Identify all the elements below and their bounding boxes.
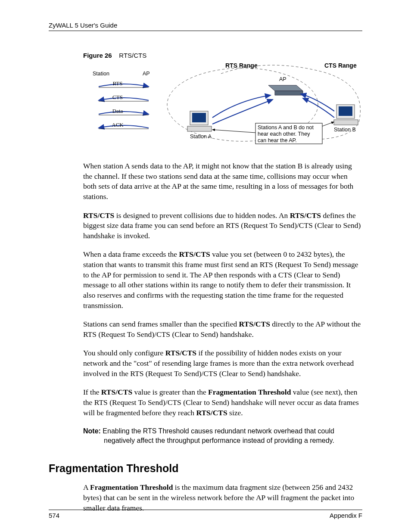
- ap-label: AP: [279, 76, 286, 82]
- diag-left-station-label: Station: [93, 71, 109, 77]
- appendix-label: Appendix F: [330, 512, 362, 519]
- svg-rect-7: [192, 113, 206, 122]
- para-2: RTS/CTS is designed to prevent collision…: [83, 211, 362, 241]
- page-footer: 574 Appendix F: [49, 510, 362, 519]
- note-label: Note:: [83, 427, 103, 435]
- label-rts: RTS: [112, 80, 122, 87]
- arrow-cts: [99, 98, 149, 100]
- running-header: ZyWALL 5 User's Guide: [49, 22, 362, 31]
- para-4: Stations can send frames smaller than th…: [83, 319, 362, 339]
- svg-text:Stations A and B do not: Stations A and B do not: [258, 124, 314, 131]
- station-b-label: Station B: [334, 127, 356, 133]
- station-a-label: Station A: [190, 134, 212, 140]
- svg-text:hear each other. They: hear each other. They: [258, 131, 310, 137]
- svg-rect-10: [339, 106, 352, 116]
- svg-marker-4: [268, 85, 303, 91]
- label-data: Data: [112, 108, 123, 114]
- para-6: If the RTS/CTS value is greater than the…: [83, 387, 362, 418]
- station-a-icon: Station A: [187, 111, 212, 140]
- svg-text:can hear the AP.: can hear the AP.: [258, 137, 297, 143]
- note-text: Enabling the RTS Threshold causes redund…: [103, 427, 334, 444]
- label-cts: CTS: [112, 94, 123, 100]
- label-ack: ACK: [112, 121, 124, 128]
- frag-para-1: A Fragmentation Threshold is the maximum…: [83, 482, 362, 513]
- note-pointer-a: [212, 130, 255, 133]
- figure-diagram: Station AP RTS CTS Data ACK RTS Range CT…: [83, 62, 363, 150]
- svg-rect-8: [187, 126, 212, 131]
- arrow-a-to-ap-1: [212, 95, 271, 118]
- note-pointer-b: [322, 122, 334, 126]
- section-heading-fragmentation: Fragmentation Threshold: [49, 462, 362, 475]
- rts-range-label: RTS Range: [225, 62, 258, 69]
- arrow-rts: [99, 84, 149, 87]
- station-b-icon: Station B: [334, 105, 358, 133]
- arrow-ack: [99, 125, 149, 128]
- arrow-data: [99, 112, 149, 114]
- svg-rect-11: [334, 120, 358, 125]
- figure-label: Figure 26: [83, 52, 112, 59]
- para-1: When station A sends data to the AP, it …: [83, 161, 362, 202]
- figure-title: RTS/CTS: [119, 52, 146, 59]
- ap-device-icon: AP: [268, 76, 303, 95]
- para-5: You should only configure RTS/CTS if the…: [83, 348, 362, 379]
- diag-left-ap-label: AP: [143, 71, 150, 77]
- figure-caption: Figure 26 RTS/CTS: [83, 52, 362, 59]
- para-3: When a data frame exceeds the RTS/CTS va…: [83, 249, 362, 311]
- arrow-b-to-ap-1: [301, 94, 334, 111]
- hidden-note-box: Stations A and B do not hear each other.…: [255, 123, 322, 144]
- svg-marker-5: [275, 91, 303, 95]
- page-number: 574: [49, 512, 59, 519]
- note-block: Note: Enabling the RTS Threshold causes …: [83, 426, 362, 445]
- cts-range-label: CTS Range: [324, 62, 357, 69]
